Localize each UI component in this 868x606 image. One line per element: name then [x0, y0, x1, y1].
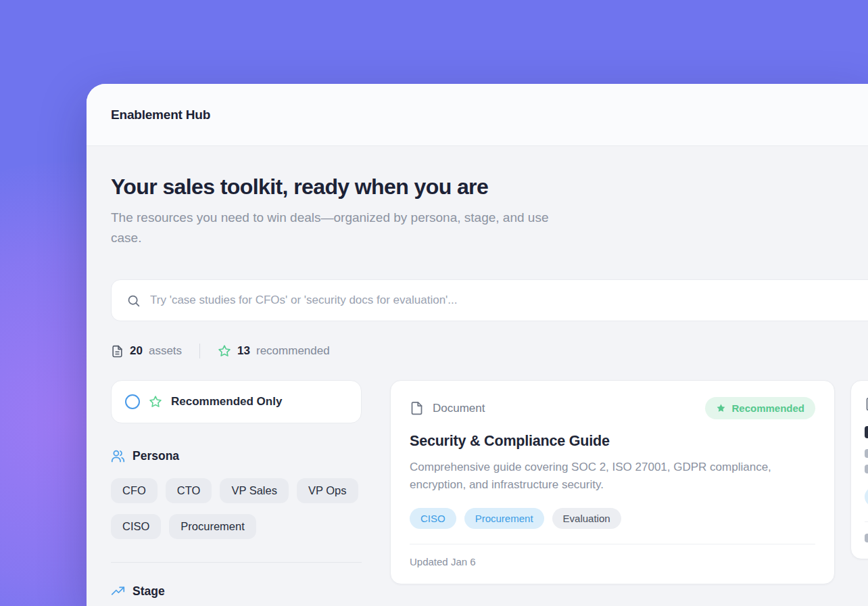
search-icon: [126, 294, 141, 308]
recommended-badge: Recommended: [705, 397, 815, 419]
sidebar-divider: [111, 562, 362, 563]
tag-evaluation: Evaluation: [552, 508, 621, 529]
file-text-icon: [111, 345, 124, 358]
stage-section-label: Stage: [132, 584, 165, 599]
persona-chip-procurement[interactable]: Procurement: [169, 514, 256, 539]
card-description: Comprehensive guide covering SOC 2, ISO …: [410, 459, 800, 494]
tag-ciso: CISO: [410, 508, 456, 529]
card-description-placeholder: [865, 449, 868, 458]
recommended-label: recommended: [256, 344, 330, 358]
card-updated-placeholder: [865, 534, 868, 542]
file-icon: [865, 397, 868, 411]
recommended-count: 13: [237, 344, 250, 358]
assets-label: assets: [149, 344, 182, 358]
star-icon: [149, 395, 162, 409]
card-tag-row: CISO Procurement Evaluation: [410, 508, 815, 529]
persona-chip-row: CFO CTO VP Sales VP Ops CISO Procurement: [111, 478, 362, 539]
radio-circle-icon[interactable]: [125, 394, 140, 409]
persona-chip-vp-sales[interactable]: VP Sales: [220, 478, 289, 503]
filters-sidebar: Recommended Only Persona CFO CTO: [111, 380, 362, 599]
card-divider: [410, 544, 815, 544]
persona-section-label: Persona: [132, 449, 179, 463]
star-icon: [218, 344, 231, 358]
persona-chip-cto[interactable]: CTO: [166, 478, 212, 503]
users-icon: [111, 449, 125, 463]
recommended-stat: 13 recommended: [218, 344, 330, 358]
persona-chip-cfo[interactable]: CFO: [111, 478, 158, 503]
recommended-badge-label: Recommended: [731, 402, 804, 414]
stats-row: 20 assets 13 recommended: [111, 344, 868, 358]
trending-up-icon: [111, 584, 125, 599]
star-filled-icon: [716, 403, 726, 413]
card-updated: Updated Jan 6: [410, 556, 815, 567]
card-tag-placeholder: [865, 487, 868, 507]
search-bar[interactable]: [111, 279, 868, 321]
stage-section-header: Stage: [111, 584, 362, 599]
enablement-hub-panel: Enablement Hub Your sales toolkit, ready…: [87, 84, 868, 606]
page-title: Your sales toolkit, ready when you are: [111, 174, 868, 200]
search-input[interactable]: [150, 294, 868, 307]
asset-card-security-compliance-guide[interactable]: Document Recommended Security & Complian…: [390, 380, 835, 584]
recommended-only-toggle[interactable]: Recommended Only: [111, 380, 362, 423]
persona-section-header: Persona: [111, 449, 362, 463]
card-divider: [865, 521, 868, 522]
persona-chip-vp-ops[interactable]: VP Ops: [297, 478, 358, 503]
panel-body: Your sales toolkit, ready when you are T…: [87, 146, 868, 599]
card-description-placeholder: [865, 465, 868, 473]
card-type: Document: [410, 401, 485, 415]
card-title: Security & Compliance Guide: [410, 433, 815, 450]
card-type-label: Document: [433, 402, 485, 415]
file-icon: [410, 401, 424, 415]
tag-procurement: Procurement: [464, 508, 544, 529]
panel-header: Enablement Hub: [87, 84, 868, 146]
card-type: [865, 397, 868, 411]
page-subtitle: The resources you need to win deals—orga…: [111, 208, 577, 248]
card-title-placeholder: [865, 426, 868, 438]
persona-chip-ciso[interactable]: CISO: [111, 514, 161, 539]
app-title: Enablement Hub: [111, 108, 210, 122]
assets-count: 20: [130, 344, 143, 358]
stats-divider: [199, 344, 200, 358]
assets-stat: 20 assets: [111, 344, 182, 358]
asset-card-partial[interactable]: [850, 380, 868, 559]
recommended-only-label: Recommended Only: [171, 395, 282, 409]
